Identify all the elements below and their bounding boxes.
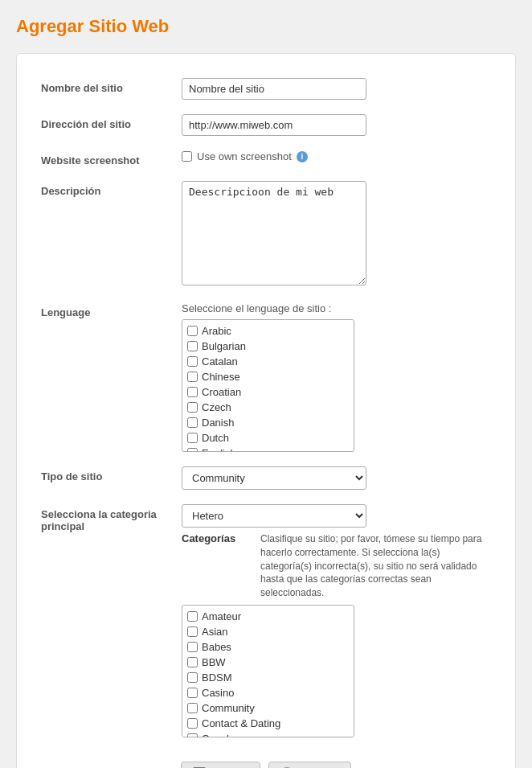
category-item: Amateur <box>187 609 349 624</box>
category-checkbox-bbw[interactable] <box>187 657 198 667</box>
language-item: Dutch <box>187 430 349 446</box>
tipo-row: Tipo de sitio CommunityBlogForumNews <box>41 466 491 490</box>
screenshot-field: Use own screenshot i <box>182 150 491 162</box>
screenshot-checkbox[interactable] <box>182 151 192 162</box>
category-checkbox-bdsm[interactable] <box>187 672 198 683</box>
page-title: Agregar Sitio Web <box>16 16 516 37</box>
language-item: Czech <box>187 400 349 415</box>
lenguage-field: Seleccione el lenguage de sitio : Arabic… <box>182 302 491 452</box>
tipo-field: CommunityBlogForumNews <box>182 466 491 490</box>
descripcion-row: Descripción Deescripcioon de mi web <box>41 181 491 288</box>
direccion-input[interactable] <box>182 114 366 136</box>
category-item: BDSM <box>187 670 349 685</box>
nombre-row: Nombre del sitio <box>41 78 491 100</box>
category-checkbox-babes[interactable] <box>187 642 198 652</box>
tipo-select[interactable]: CommunityBlogForumNews <box>182 466 366 490</box>
language-checkbox-czech[interactable] <box>187 402 198 413</box>
language-item: Chinese <box>187 369 349 384</box>
category-item: Couples <box>187 731 349 737</box>
categories-description: Clasifique su sitio; por favor, tómese s… <box>260 532 491 600</box>
category-checkbox-contact-&-dating[interactable] <box>187 718 198 729</box>
language-checkbox-dutch[interactable] <box>187 433 198 443</box>
language-select-label: Seleccione el lenguage de sitio : <box>182 302 491 314</box>
form-container: Nombre del sitio Dirección del sitio Web… <box>16 53 516 768</box>
categories-scroll-box[interactable]: Amateur Asian Babes BBW BDSM Casino Comm… <box>182 605 354 737</box>
hetero-select[interactable]: HeteroGayLesbianBisexual <box>182 504 366 528</box>
category-item: Asian <box>187 624 349 639</box>
language-item: Arabic <box>187 323 349 339</box>
page-wrapper: Agregar Sitio Web Nombre del sitio Direc… <box>0 0 532 768</box>
direccion-field <box>182 114 491 136</box>
nombre-input[interactable] <box>182 78 366 100</box>
language-item: Croatian <box>187 384 349 400</box>
nombre-label: Nombre del sitio <box>41 78 182 94</box>
categories-section: Categorías Clasifique su sitio; por favo… <box>182 532 491 737</box>
language-checkbox-arabic[interactable] <box>187 326 198 336</box>
lenguage-row: Lenguage Seleccione el lenguage de sitio… <box>41 302 491 452</box>
tipo-label: Tipo de sitio <box>41 466 182 483</box>
language-checkbox-danish[interactable] <box>187 417 198 428</box>
nombre-field <box>182 78 491 100</box>
language-checkbox-catalan[interactable] <box>187 356 198 367</box>
screenshot-label: Website screenshot <box>41 150 182 166</box>
screenshot-checkbox-label: Use own screenshot <box>197 150 292 162</box>
category-checkbox-couples[interactable] <box>187 733 198 737</box>
save-button[interactable]: Guardar <box>181 762 260 768</box>
category-item: Casino <box>187 685 349 700</box>
language-checkbox-croatian[interactable] <box>187 387 198 397</box>
language-checkbox-chinese[interactable] <box>187 372 198 382</box>
info-icon[interactable]: i <box>297 151 308 162</box>
categoria-field: HeteroGayLesbianBisexual Categorías Clas… <box>182 504 491 737</box>
lenguage-label: Lenguage <box>41 302 182 318</box>
buttons-row: Guardar ✕ Cancelar <box>41 754 491 768</box>
category-checkbox-community[interactable] <box>187 703 198 713</box>
language-scroll-box[interactable]: Arabic Bulgarian Catalan Chinese Croatia… <box>182 319 354 452</box>
language-checkbox-bulgarian[interactable] <box>187 341 198 351</box>
category-checkbox-asian[interactable] <box>187 626 198 637</box>
category-item: Contact & Dating <box>187 716 349 731</box>
screenshot-row: Website screenshot Use own screenshot i <box>41 150 491 166</box>
language-item: Danish <box>187 415 349 430</box>
categoria-label: Selecciona la categoria principal <box>41 504 182 532</box>
category-item: Babes <box>187 639 349 655</box>
descripcion-label: Descripción <box>41 181 182 197</box>
language-checkbox-english[interactable] <box>187 448 198 452</box>
descripcion-field: Deescripcioon de mi web <box>182 181 491 288</box>
language-item: English <box>187 446 349 452</box>
direccion-row: Dirección del sitio <box>41 114 491 136</box>
direccion-label: Dirección del sitio <box>41 114 182 130</box>
categories-title: Categorías <box>182 532 254 544</box>
category-checkbox-casino[interactable] <box>187 688 198 698</box>
categoria-row: Selecciona la categoria principal Hetero… <box>41 504 491 737</box>
category-item: Community <box>187 700 349 716</box>
category-item: BBW <box>187 655 349 670</box>
language-item: Catalan <box>187 354 349 369</box>
categories-header: Categorías Clasifique su sitio; por favo… <box>182 532 491 600</box>
language-item: Bulgarian <box>187 339 349 354</box>
cancel-button[interactable]: ✕ Cancelar <box>268 762 351 768</box>
descripcion-textarea[interactable]: Deescripcioon de mi web <box>182 181 366 285</box>
category-checkbox-amateur[interactable] <box>187 611 198 622</box>
